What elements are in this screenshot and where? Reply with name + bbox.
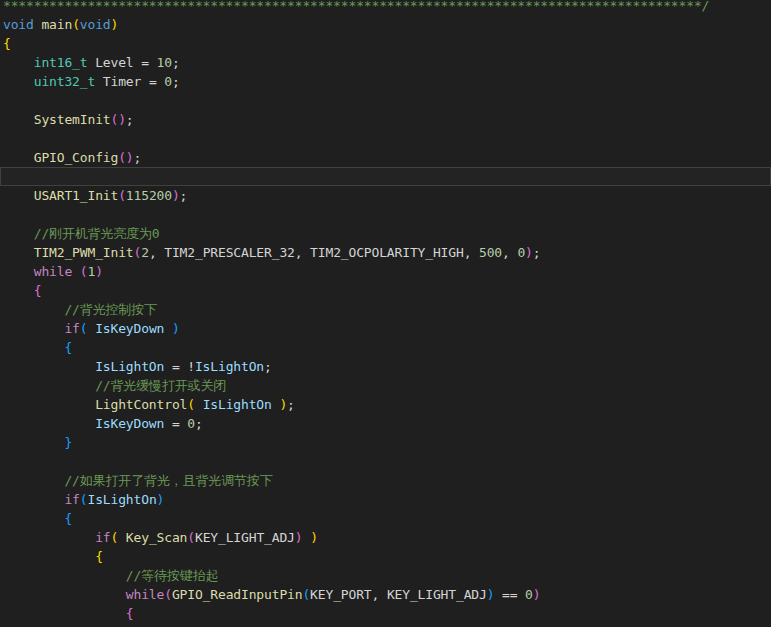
code-line[interactable]: IsKeyDown = 0; [3, 414, 771, 433]
code-token: while [126, 587, 164, 602]
code-token [3, 511, 64, 526]
code-line[interactable]: TIM2_PWM_Init(2, TIM2_PRESCALER_32, TIM2… [3, 243, 771, 262]
code-token: //刚开机背光亮度为0 [34, 226, 160, 241]
code-token: Level = [87, 55, 156, 70]
code-token [3, 74, 34, 89]
code-token: Timer = [95, 74, 164, 89]
code-line[interactable]: if(IsLightOn) [3, 490, 771, 509]
code-token: IsKeyDown [95, 321, 164, 336]
code-line[interactable]: { [3, 34, 771, 53]
code-token [3, 55, 34, 70]
code-editor[interactable]: ****************************************… [0, 0, 771, 627]
code-token: void [3, 17, 34, 32]
code-token: == [494, 587, 525, 602]
code-line[interactable]: IsLightOn = !IsLightOn; [3, 357, 771, 376]
code-token: IsLightOn [95, 359, 164, 374]
code-token [3, 283, 34, 298]
code-token: ) [111, 17, 119, 32]
code-token: ) [310, 530, 318, 545]
code-token: () [111, 112, 126, 127]
code-token: { [34, 283, 42, 298]
code-line[interactable] [3, 167, 771, 186]
code-token [3, 245, 34, 260]
code-token: //背光缓慢打开或关闭 [95, 378, 226, 393]
code-token [3, 416, 95, 431]
code-token: //背光控制按下 [64, 302, 156, 317]
code-line[interactable]: //等待按键抬起 [3, 566, 771, 585]
code-token: //如果打开了背光，且背光调节按下 [64, 473, 272, 488]
code-line[interactable]: while(GPIO_ReadInputPin(KEY_PORT, KEY_LI… [3, 585, 771, 604]
code-line[interactable]: { [3, 604, 771, 623]
code-token: KEY_PORT, KEY_LIGHT_ADJ [310, 587, 487, 602]
code-token: void [80, 17, 111, 32]
code-token: ) [157, 492, 165, 507]
code-line[interactable] [3, 91, 771, 110]
code-token: } [64, 435, 72, 450]
code-token: GPIO_ReadInputPin [172, 587, 303, 602]
code-token [302, 530, 310, 545]
code-area[interactable]: ****************************************… [0, 0, 771, 623]
code-token: , [502, 245, 517, 260]
code-token [3, 568, 126, 583]
code-line[interactable]: while (1) [3, 262, 771, 281]
code-token: Key_Scan [126, 530, 187, 545]
code-token: { [3, 36, 11, 51]
code-token [3, 587, 126, 602]
code-token: ; [172, 74, 180, 89]
code-token: ( [302, 587, 310, 602]
code-token [3, 112, 34, 127]
code-line[interactable]: GPIO_Config(); [3, 148, 771, 167]
code-token [3, 378, 95, 393]
code-token: LightControl [95, 397, 187, 412]
code-token: 10 [157, 55, 172, 70]
code-token: ; [134, 150, 142, 165]
code-line[interactable]: //如果打开了背光，且背光调节按下 [3, 471, 771, 490]
code-line[interactable] [3, 205, 771, 224]
code-token [3, 150, 34, 165]
code-line[interactable]: int16_t Level = 10; [3, 53, 771, 72]
code-line[interactable]: ****************************************… [3, 0, 771, 15]
code-line[interactable]: { [3, 547, 771, 566]
code-line[interactable]: SystemInit(); [3, 110, 771, 129]
code-token: ; [533, 245, 541, 260]
code-line[interactable] [3, 129, 771, 148]
code-token: IsLightOn [203, 397, 272, 412]
code-line[interactable]: } [3, 433, 771, 452]
code-token: ****************************************… [3, 0, 709, 13]
code-line[interactable]: if( Key_Scan(KEY_LIGHT_ADJ) ) [3, 528, 771, 547]
code-token: //等待按键抬起 [126, 568, 218, 583]
code-token: USART1_Init [34, 188, 118, 203]
code-token: ( [72, 17, 80, 32]
code-line[interactable]: uint32_t Timer = 0; [3, 72, 771, 91]
code-token: { [64, 340, 72, 355]
code-token [118, 530, 126, 545]
code-token: ; [195, 416, 203, 431]
code-line[interactable]: //背光缓慢打开或关闭 [3, 376, 771, 395]
code-token: SystemInit [34, 112, 111, 127]
code-token: ; [172, 55, 180, 70]
code-line[interactable]: //背光控制按下 [3, 300, 771, 319]
code-line[interactable]: { [3, 509, 771, 528]
code-line[interactable]: void main(void) [3, 15, 771, 34]
code-token: int16_t [34, 55, 88, 70]
code-token: if [95, 530, 110, 545]
code-line[interactable]: if( IsKeyDown ) [3, 319, 771, 338]
code-line[interactable]: //刚开机背光亮度为0 [3, 224, 771, 243]
code-line[interactable]: LightControl( IsLightOn ); [3, 395, 771, 414]
code-token [3, 340, 64, 355]
code-token: { [64, 511, 72, 526]
code-token: main [41, 17, 72, 32]
code-token: = [164, 416, 187, 431]
code-line[interactable]: { [3, 281, 771, 300]
code-token: ( [164, 587, 172, 602]
code-token: ) [279, 397, 287, 412]
code-token [3, 530, 95, 545]
code-line[interactable]: USART1_Init(115200); [3, 186, 771, 205]
code-line[interactable] [3, 452, 771, 471]
code-token: if [64, 492, 79, 507]
code-token: ( [118, 188, 126, 203]
code-line[interactable]: { [3, 338, 771, 357]
code-token: 0 [187, 416, 195, 431]
code-token: KEY_LIGHT_ADJ [195, 530, 295, 545]
code-token [3, 549, 95, 564]
